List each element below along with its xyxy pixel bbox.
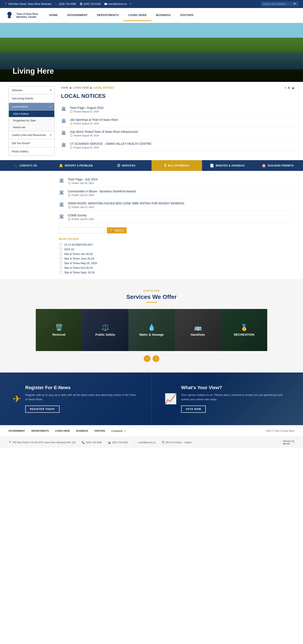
notice-date: Posted: July 03, 2024	[68, 218, 94, 220]
service-card-removal[interactable]: 🗑️ Removal	[36, 309, 82, 351]
footer-developer: Website By all-net	[283, 440, 294, 445]
search-button[interactable]: 🔍 Search	[107, 227, 127, 234]
folder-link-item[interactable]: 📄Star & Times May 26, 2020	[59, 261, 294, 266]
poll-section: 📈 What's Your View? Your opinion matters…	[152, 372, 303, 425]
sidebar-local-notices-header[interactable]: Local Notices ▴	[9, 103, 54, 110]
logo-text: Town of Swan River Manitoba, Canada	[16, 12, 38, 18]
sidebar-services-header[interactable]: Services ▾	[9, 86, 54, 94]
file-icon: 📄	[59, 257, 62, 260]
sidebar-events-header[interactable]: Upcoming Events	[9, 95, 54, 102]
notice-link[interactable]: Communities in Bloom - Business Storefro…	[68, 190, 136, 193]
notice-item: 🏛️ CSWB Survey Posted: July 03, 2024	[59, 211, 294, 223]
services-prev-button[interactable]: ‹	[144, 355, 150, 362]
quick-link-services[interactable]: ☰SERVICES	[101, 160, 152, 171]
folder-link-label: Star & Times May 26, 2020	[64, 262, 97, 265]
services-next-button[interactable]: ›	[152, 355, 159, 362]
font-small-icon[interactable]: A	[285, 87, 286, 89]
service-card-label: Handivan	[191, 333, 205, 336]
folder-link-item[interactable]: 📄Star & Times Oct.29,19	[59, 266, 294, 270]
font-large-icon[interactable]: A	[288, 86, 290, 90]
notice-item: 🏛️ Communities in Bloom - Business Store…	[59, 187, 294, 199]
quick-link-building-permits[interactable]: 🏠BUILDING PERMITS	[252, 160, 303, 171]
footer-link-business[interactable]: BUSINESS	[76, 430, 88, 432]
service-card-public-safety[interactable]: ⚖️ Public Safety	[82, 309, 128, 351]
breadcrumb-section[interactable]: LIVING HERE	[73, 86, 89, 89]
sidebar-item-local-notices[interactable]: Local Notices ▴ Add a Notice Properties …	[9, 103, 54, 131]
vote-now-button[interactable]: VOTE NOW	[181, 406, 206, 413]
service-card-icon: 🚌	[194, 324, 202, 331]
notice-date: Posted: August 22, 2024	[70, 122, 118, 125]
notice-text: Job Openings at Town of Swan River Poste…	[70, 118, 118, 125]
sidebar-did-you-know-header[interactable]: Did You Know?	[9, 140, 54, 147]
notice-link[interactable]: July Storm Tested Town of Swan River Inf…	[70, 130, 138, 134]
services-title: Services We Offer	[8, 294, 294, 300]
sidebar-item-did-you-know[interactable]: Did You Know?	[9, 139, 54, 147]
search-icon[interactable]: 🔍	[294, 2, 297, 6]
folder-link-item[interactable]: 📄Star & Times Jan.28,20	[59, 252, 294, 256]
breadcrumb-separator-2: ▶	[90, 86, 92, 89]
notice-link[interactable]: CT SCANNER SERVICE – SWAN VALLEY HEALTH …	[70, 142, 152, 146]
sidebar-useful-links-header[interactable]: Useful Links and Resources ▾	[9, 131, 54, 139]
quick-link-label: BUILDING PERMITS	[268, 164, 294, 167]
notice-item: 🏛️ Town Page - August 2024 Posted: Augus…	[61, 104, 294, 116]
nav-departments[interactable]: DEPARTMENTS	[92, 10, 123, 21]
sidebar-sub-add-notice[interactable]: Add a Notice	[9, 110, 54, 117]
search-input[interactable]	[263, 2, 292, 6]
sidebar-item-photo-gallery[interactable]: Photo Gallery	[9, 148, 54, 155]
breadcrumb: HOME ▶ LIVING HERE ▶ LOCAL NOTICES A A 🖨…	[61, 86, 294, 90]
email-icon: ✉️	[104, 2, 107, 6]
folder-link-item[interactable]: 📄2023 10	[59, 247, 294, 252]
folder-link-item[interactable]: 📄Star & Times June 25,19	[59, 256, 294, 261]
folder-link-item[interactable]: 📄Star & Times Sept. 24,19	[59, 270, 294, 275]
facebook-icon[interactable]: f	[130, 2, 131, 6]
notice-icon: 🏛️	[59, 190, 65, 196]
site-logo[interactable]: Town of Swan River Manitoba, Canada	[4, 8, 38, 23]
quick-link-minutes-&-agendas[interactable]: 📄MINUTES & AGENDAS	[202, 160, 252, 171]
second-main-content: 🏛️ Town Page - July 2024 Posted: July 29…	[59, 175, 294, 275]
quick-link-icon: ☰	[117, 164, 120, 168]
print-icon[interactable]: 🖨️	[292, 86, 294, 89]
sidebar-sub-handi-van[interactable]: Handi-van	[9, 124, 54, 130]
register-today-button[interactable]: REGISTER TODAY	[25, 406, 60, 413]
quick-link-icon: 🔔	[59, 164, 63, 168]
search-input-notices[interactable]	[59, 227, 105, 234]
service-card-icon: 💧	[148, 324, 156, 331]
footer-email: ✉️ main@townsr.ca	[134, 441, 155, 444]
quick-link-contact-us[interactable]: 📞CONTACT US	[0, 160, 50, 171]
footer-link-government[interactable]: GOVERNMENT	[8, 430, 25, 432]
nav-visitors[interactable]: VISITORS	[175, 10, 198, 21]
sidebar-item-services[interactable]: Services ▾	[9, 86, 54, 94]
notice-item: 🏛️ CT SCANNER SERVICE – SWAN VALLEY HEAL…	[61, 140, 294, 152]
notice-link[interactable]: Town Page - July 2024	[68, 178, 98, 181]
notice-link[interactable]: Job Openings at Town of Swan River	[70, 118, 118, 122]
email-info: ✉️ main@townsr.ca	[104, 2, 127, 6]
file-icon: 📄	[59, 262, 62, 265]
folder-link-item[interactable]: 📄23 12 04 BWA KELSEY	[59, 242, 294, 247]
main-content: HOME ▶ LIVING HERE ▶ LOCAL NOTICES A A 🖨…	[61, 86, 294, 156]
footer-social-facebook[interactable]: Facebook ⚡	[111, 430, 126, 432]
nav-home[interactable]: HOME	[44, 10, 62, 21]
footer-hours-icon: ⏰	[162, 441, 164, 444]
quick-link-bill-payments[interactable]: $BILL PAYMENTS	[152, 160, 202, 171]
notice-link[interactable]: Town Page - August 2024	[70, 106, 104, 110]
folder-title: MAIN FOLDER	[59, 238, 294, 240]
footer-link-visitors[interactable]: VISITORS	[94, 430, 105, 432]
search-bar[interactable]: 🔍	[261, 2, 299, 6]
notice-link[interactable]: CSWB Survey	[68, 214, 86, 217]
sidebar-item-events[interactable]: Upcoming Events	[9, 94, 54, 102]
service-card-water-&-sewage[interactable]: 💧 Water & Sewage	[128, 309, 175, 351]
footer-link-departments[interactable]: DEPARTMENTS	[31, 430, 49, 432]
quick-link-report-a-problem[interactable]: 🔔REPORT A PROBLEM	[50, 160, 101, 171]
nav-living-here[interactable]: LIVING HERE	[123, 10, 151, 21]
notice-link[interactable]: SWAN RIVER, MANITOBA ISSUED BDO ZONE 'BB…	[68, 202, 184, 205]
service-card-handivan[interactable]: 🚌 Handivan	[175, 309, 221, 351]
sidebar-sub-properties[interactable]: Properties for Sale	[9, 117, 54, 124]
sidebar-item-useful-links[interactable]: Useful Links and Resources ▾	[9, 131, 54, 139]
nav-business[interactable]: BUSINESS	[151, 10, 175, 21]
service-card-recreation[interactable]: 🏅 RECREATION	[221, 309, 267, 351]
nav-government[interactable]: GOVERNMENT	[62, 10, 92, 21]
poll-description: Your opinion matters to us. Please take …	[181, 393, 290, 402]
sidebar-photo-gallery-header[interactable]: Photo Gallery	[9, 148, 54, 155]
breadcrumb-home[interactable]: HOME	[61, 86, 68, 89]
footer-link-living here[interactable]: LIVING HERE	[55, 430, 70, 432]
